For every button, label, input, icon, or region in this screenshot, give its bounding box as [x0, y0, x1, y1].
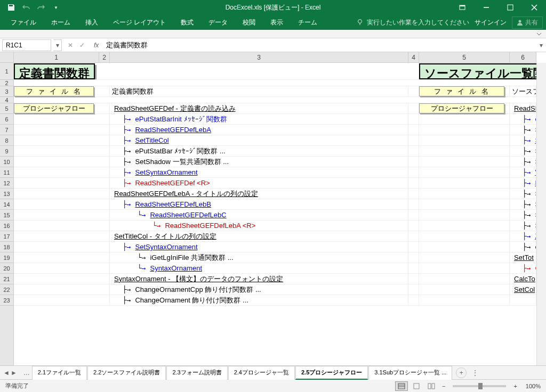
cell[interactable]	[408, 210, 419, 220]
cell[interactable]	[419, 146, 510, 156]
cell[interactable]	[94, 86, 110, 96]
cell[interactable]	[408, 146, 419, 156]
row-header-7[interactable]: 7	[0, 125, 13, 135]
cell[interactable]	[419, 135, 510, 145]
zoom-out-button[interactable]: −	[440, 383, 447, 389]
cell[interactable]	[504, 86, 510, 96]
cell[interactable]	[408, 157, 419, 167]
row-header-12[interactable]: 12	[0, 178, 13, 189]
ribbon-tab-チーム[interactable]: チーム	[291, 16, 325, 29]
cell[interactable]	[14, 178, 110, 188]
ribbon-tab-ページ レイアウト[interactable]: ページ レイアウト	[106, 16, 173, 29]
flow-cell[interactable]: ├→ ChangeOrnament 飾り付け関数群 ...	[110, 295, 408, 305]
flow-cell[interactable]: ReadSheetGEFDefLebA - タイトルの列の設定	[110, 189, 408, 199]
cell[interactable]	[14, 295, 110, 305]
cell[interactable]	[408, 103, 419, 113]
cells-area[interactable]: 定義書関数群ソースファイル一覧関数フ ァ イ ル 名定義書関数群フ ァ イ ル …	[14, 63, 536, 365]
sheet-tab[interactable]: 2.2ソースファイル説明書	[87, 366, 166, 380]
close-button[interactable]	[522, 0, 546, 15]
flow-cell[interactable]: ├→ HL	[510, 178, 536, 188]
normal-view-button[interactable]	[395, 381, 408, 391]
flow-cell[interactable]: ├→ Ca	[510, 263, 536, 273]
cell[interactable]	[14, 125, 110, 135]
sheet-tab[interactable]: 2.5プロシージャフロー	[295, 366, 368, 380]
flow-cell[interactable]: ReadSh	[510, 103, 536, 113]
ribbon-tab-ファイル[interactable]: ファイル	[3, 16, 44, 29]
col-header-2[interactable]: 2	[99, 52, 110, 62]
flow-cell[interactable]: ├→ ChangeOrnamentCpp 飾り付け関数群 ...	[110, 284, 408, 295]
row-header-14[interactable]: 14	[0, 199, 13, 210]
row-header-18[interactable]: 18	[0, 242, 13, 252]
cell[interactable]	[419, 125, 510, 135]
flow-cell[interactable]: ├→ Se	[510, 146, 536, 156]
row-header-22[interactable]: 22	[0, 284, 13, 295]
cell[interactable]	[14, 114, 110, 124]
save-button[interactable]	[4, 1, 18, 14]
flow-cell[interactable]: ReadSheetGEFDef - 定義書の読み込み	[110, 103, 408, 113]
zoom-in-button[interactable]: +	[511, 383, 519, 389]
flow-cell[interactable]: ├→ Se	[510, 210, 536, 220]
name-box[interactable]: R1C1	[2, 39, 51, 51]
name-box-dropdown[interactable]: ▾	[53, 39, 62, 51]
cell[interactable]	[408, 86, 419, 96]
cell[interactable]	[14, 189, 110, 199]
cell[interactable]	[408, 220, 419, 231]
flow-cell[interactable]: ├→ Se	[510, 189, 536, 199]
ribbon-tab-校閲[interactable]: 校閲	[235, 16, 263, 29]
sheet-tab[interactable]: 3.1Subプロシージャ一覧 ...	[368, 366, 452, 380]
share-button[interactable]: 共有	[512, 17, 543, 29]
col-header-4[interactable]: 4	[408, 52, 419, 62]
cell[interactable]	[14, 252, 110, 263]
cell[interactable]	[408, 114, 419, 124]
formula-expand[interactable]: ▾	[536, 42, 546, 49]
cell[interactable]	[419, 295, 510, 305]
tab-nav-next[interactable]: ►	[11, 369, 17, 377]
sheet-tab[interactable]: 2.1ファイル一覧	[32, 366, 87, 380]
cell[interactable]	[14, 284, 110, 295]
flow-cell[interactable]: ├→ VL	[510, 167, 536, 177]
cell[interactable]	[14, 135, 110, 145]
cell[interactable]	[14, 146, 110, 156]
col-header-6[interactable]: 6	[510, 52, 536, 62]
cell[interactable]	[504, 103, 510, 113]
cell[interactable]	[419, 189, 510, 199]
tab-overflow-left[interactable]: …	[21, 369, 32, 377]
row-header-11[interactable]: 11	[0, 167, 13, 178]
flow-cell[interactable]: ├→ Se	[510, 125, 536, 135]
flow-cell[interactable]: ├→ ReadSheetGEFDefLebB	[110, 199, 408, 209]
row-header-16[interactable]: 16	[0, 220, 13, 231]
cell[interactable]	[408, 199, 419, 209]
flow-cell[interactable]: ├→ ReadSheetGEFDefLebA	[110, 125, 408, 135]
select-all-corner[interactable]	[0, 52, 14, 63]
cell[interactable]	[14, 242, 110, 252]
cell[interactable]	[419, 210, 510, 220]
flow-cell[interactable]: SetTot	[510, 252, 536, 263]
flow-cell[interactable]: ├→ SetTitleCol	[110, 135, 408, 145]
cell[interactable]: ソースファイル一覧関数	[419, 63, 536, 79]
tab-nav-prev[interactable]: ◄	[3, 369, 10, 377]
row-header-4[interactable]: 4	[0, 97, 13, 103]
ribbon-tab-データ[interactable]: データ	[201, 16, 235, 29]
cell[interactable]	[419, 231, 510, 241]
maximize-button[interactable]	[498, 0, 522, 15]
flow-cell[interactable]: ├→ Se	[510, 199, 536, 209]
cancel-formula-button[interactable]: ✕	[65, 42, 76, 49]
cell[interactable]	[408, 189, 419, 199]
enter-formula-button[interactable]: ✓	[77, 42, 87, 49]
cell[interactable]	[419, 114, 510, 124]
row-header-1[interactable]: 1	[0, 63, 13, 80]
col-header-3[interactable]: 3	[110, 52, 408, 62]
cell[interactable]	[419, 252, 510, 263]
flow-cell[interactable]: └→ ReadSheetGEFDefLebC	[110, 210, 408, 220]
row-header-8[interactable]: 8	[0, 135, 13, 146]
flow-cell[interactable]: ├→ Se	[510, 135, 536, 145]
row-header-3[interactable]: 3	[0, 86, 13, 97]
cell[interactable]	[419, 242, 510, 252]
ribbon-collapse-bar[interactable]	[0, 30, 546, 38]
cell[interactable]	[408, 167, 419, 177]
row-header-19[interactable]: 19	[0, 252, 13, 263]
qat-dropdown[interactable]: ▼	[49, 1, 63, 14]
cell[interactable]: ソースファイ	[510, 86, 536, 96]
cell[interactable]	[419, 167, 510, 177]
flow-cell[interactable]: ├→ ZZ	[510, 231, 536, 241]
